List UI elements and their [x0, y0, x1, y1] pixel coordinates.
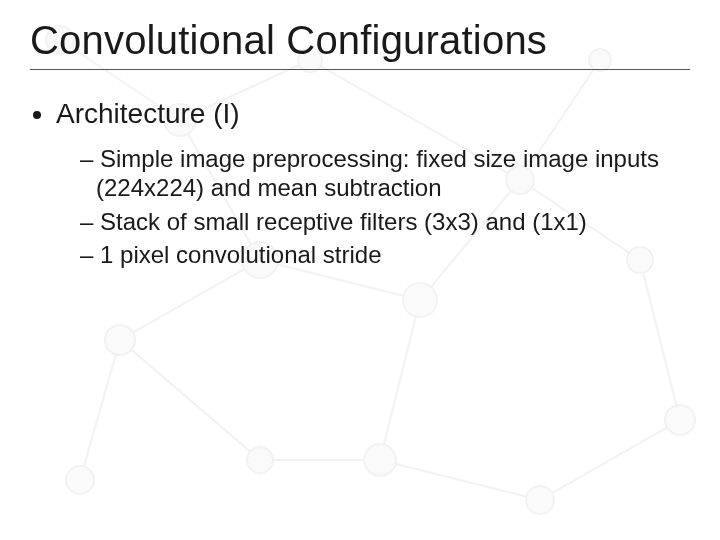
svg-line-13 [640, 260, 680, 420]
svg-point-26 [526, 486, 554, 514]
svg-point-29 [66, 466, 94, 494]
subbullet-stride: 1 pixel convolutional stride [80, 240, 690, 269]
svg-line-3 [120, 260, 260, 340]
bullet-architecture: Architecture (I) Simple image preprocess… [56, 98, 690, 269]
svg-point-25 [665, 405, 695, 435]
svg-line-8 [120, 340, 260, 460]
bullet-list-level1: Architecture (I) Simple image preprocess… [30, 98, 690, 269]
svg-point-21 [403, 283, 437, 317]
svg-line-6 [380, 300, 420, 460]
title-underline [30, 69, 690, 70]
svg-line-7 [80, 340, 120, 480]
svg-line-14 [540, 420, 680, 500]
subbullet-filters: Stack of small receptive filters (3x3) a… [80, 207, 690, 236]
svg-point-27 [364, 444, 396, 476]
bullet-architecture-label: Architecture (I) [56, 98, 240, 129]
slide-content: Convolutional Configurations Architectur… [0, 0, 720, 269]
bullet-list-level2: Simple image preprocessing: fixed size i… [56, 144, 690, 269]
subbullet-preprocessing: Simple image preprocessing: fixed size i… [80, 144, 690, 203]
svg-point-20 [105, 325, 135, 355]
slide-title: Convolutional Configurations [30, 18, 690, 63]
svg-point-28 [247, 447, 273, 473]
svg-line-10 [380, 460, 540, 500]
